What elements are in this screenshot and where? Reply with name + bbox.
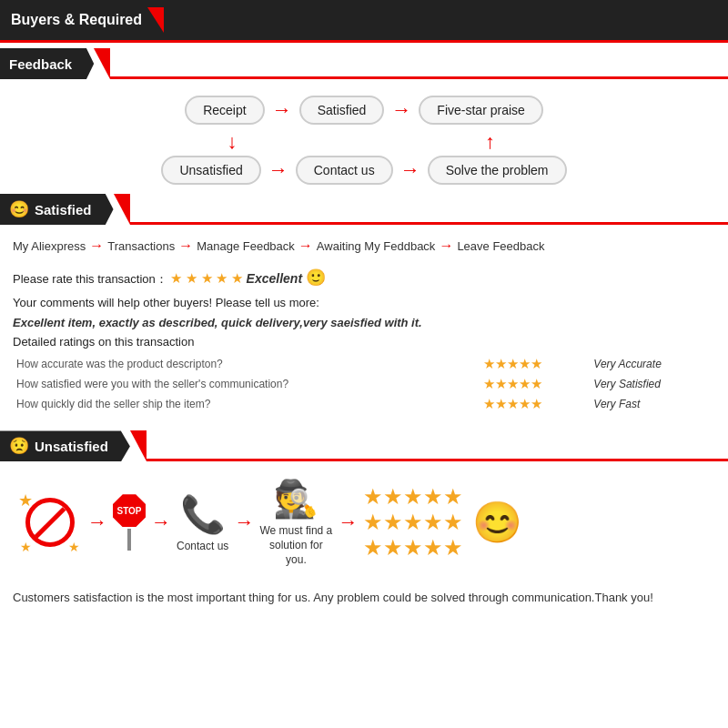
label-q1: Very Accurate xyxy=(590,354,715,374)
happy-smiley: 😊 xyxy=(472,499,522,546)
flow-solve: Solve the problem xyxy=(428,156,567,185)
breadcrumb-2: Transactions xyxy=(107,239,175,253)
flow-diagram: Receipt → Satisfied → Five-star praise ↓… xyxy=(0,79,728,194)
bad-rating-icon: ★ ★ ★ xyxy=(18,490,82,554)
detailed-ratings-table: How accurate was the product descripton?… xyxy=(13,354,715,414)
unsat-arrow-1: → xyxy=(87,511,107,534)
rate-smiley: 🙂 xyxy=(306,268,326,287)
arrow-down-unsatisfied: ↓ xyxy=(228,130,238,154)
star5: ★ xyxy=(231,270,243,286)
detailed-header: Detailed ratings on this transaction xyxy=(13,333,715,352)
unsatisfied-title: Unsatisfied xyxy=(35,439,108,454)
arrow-unsat-contact: → xyxy=(268,158,288,182)
arrow-contact-solve: → xyxy=(400,158,420,182)
star4: ★ xyxy=(216,270,228,286)
unsat-arrow-3: → xyxy=(234,511,254,534)
bc-arrow-2: → xyxy=(178,238,193,254)
stop-sign: STOP xyxy=(113,494,146,527)
star3: ★ xyxy=(201,270,213,286)
star-rating-good: ★★★★★ ★★★★★ ★★★★★ xyxy=(363,486,463,559)
q3: How quickly did the seller ship the item… xyxy=(13,394,480,414)
breadcrumb-3: Manage Feedback xyxy=(197,239,295,253)
contact-label: Contact us xyxy=(177,540,228,552)
solution-icon: 🕵️ We must find a solution for you. xyxy=(259,478,332,567)
stop-pole xyxy=(127,529,131,551)
flow-fivestar: Five-star praise xyxy=(419,96,542,125)
arrow-up-fivestar: ↑ xyxy=(485,130,495,154)
label-q2: Very Satisfied xyxy=(590,374,715,394)
unsat-arrow-2: → xyxy=(151,511,171,534)
stars-q2: ★★★★★ xyxy=(480,374,591,394)
question-person: 🕵️ xyxy=(273,478,318,521)
rate-text: Please rate this transaction： xyxy=(13,272,167,286)
top-divider xyxy=(0,40,728,43)
smiley-large: 😊 xyxy=(472,500,522,544)
satisfied-line xyxy=(130,222,728,225)
satisfied-emoji: 😊 xyxy=(9,199,29,219)
star1: ★ xyxy=(170,270,182,286)
flow-unsatisfied: Unsatisfied xyxy=(161,156,260,185)
unsatisfied-line xyxy=(147,459,728,461)
table-row: How accurate was the product descripton?… xyxy=(13,354,715,374)
top-header-corner xyxy=(147,7,164,33)
contact-icon: 📞 Contact us xyxy=(177,493,228,552)
rating-area: Please rate this transaction： ★ ★ ★ ★ ★ … xyxy=(0,261,728,423)
breadcrumb-4: Awaiting My Feddback xyxy=(317,239,436,253)
stars-q3: ★★★★★ xyxy=(480,394,591,414)
q1: How accurate was the product descripton? xyxy=(13,354,480,374)
comments-prompt: Your comments will help other buyers! Pl… xyxy=(13,294,715,313)
arrow-receipt-satisfied: → xyxy=(272,98,292,122)
table-row: How satisfied were you with the seller's… xyxy=(13,374,715,394)
unsatisfied-emoji: 😟 xyxy=(9,436,29,456)
stop-sign-icon: STOP xyxy=(113,494,146,551)
satisfied-title: Satisfied xyxy=(35,202,92,217)
top-header-title: Buyers & Required xyxy=(11,12,142,28)
arrow-satisfied-fivestar: → xyxy=(391,98,411,122)
stars-q1: ★★★★★ xyxy=(480,354,591,374)
phone-icon: 📞 xyxy=(180,493,226,536)
label-q3: Very Fast xyxy=(590,394,715,414)
flow-satisfied: Satisfied xyxy=(299,96,385,125)
breadcrumb-5: Leave Feedback xyxy=(457,239,544,253)
feedback-header-title: Feedback xyxy=(9,56,72,72)
star2: ★ xyxy=(186,270,197,286)
example-text: Excellent item, exactly as described, qu… xyxy=(13,316,715,329)
satisfied-corner xyxy=(114,194,130,225)
bottom-text: Customers satisfaction is the most impor… xyxy=(0,576,728,624)
breadcrumb: My Aliexpress → Transactions → Manage Fe… xyxy=(0,225,728,261)
feedback-line xyxy=(110,76,728,79)
unsatisfied-corner xyxy=(130,430,147,461)
bc-arrow-1: → xyxy=(89,238,104,254)
unsat-arrow-4: → xyxy=(338,511,358,534)
breadcrumb-1: My Aliexpress xyxy=(13,239,86,253)
flow-receipt: Receipt xyxy=(185,96,264,125)
bc-arrow-4: → xyxy=(439,238,453,254)
flow-contact: Contact us xyxy=(296,156,393,185)
table-row: How quickly did the seller ship the item… xyxy=(13,394,715,414)
find-solution-label: We must find a solution for you. xyxy=(259,524,332,567)
q2: How satisfied were you with the seller's… xyxy=(13,374,480,394)
bc-arrow-3: → xyxy=(298,238,313,254)
rate-word: Excellent xyxy=(247,271,306,286)
unsat-flow: ★ ★ ★ → STOP → 📞 Contact us → 🕵️ We must… xyxy=(0,461,728,576)
feedback-corner xyxy=(94,48,110,79)
